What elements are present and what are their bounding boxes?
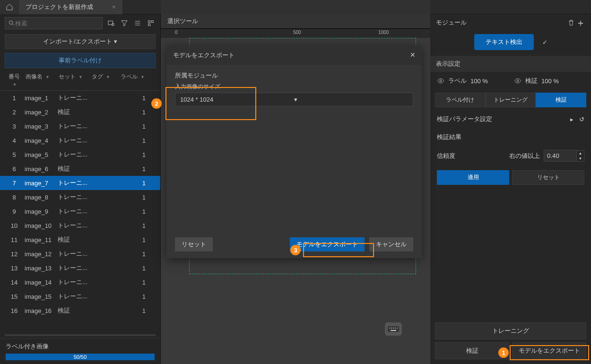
table-row[interactable]: 11image_11検証1	[0, 233, 160, 247]
module-pill[interactable]: テキスト検出	[474, 34, 534, 50]
image-table-header: 番号▼ 画像名▼ セット▼ タグ▼ ラベル▼	[0, 70, 160, 91]
cell-tag	[90, 96, 118, 100]
table-row[interactable]: 10image_10トレーニ...1	[0, 218, 160, 233]
table-row[interactable]: 8image_8トレーニ...1	[0, 190, 160, 204]
cell-set: トレーニ...	[57, 92, 90, 104]
export-model-button[interactable]: モデルをエクスポート	[512, 342, 586, 359]
plus-icon[interactable]: ＋	[576, 18, 585, 27]
confidence-cond: 右の値以上	[509, 152, 540, 160]
table-row[interactable]: 13image_13トレーニ...1	[0, 261, 160, 275]
table-row[interactable]: 3image_3トレーニ...1	[0, 119, 160, 133]
search-input[interactable]	[15, 20, 99, 27]
cell-set: 検証	[57, 304, 90, 317]
table-row[interactable]: 12image_12トレーニ...1	[0, 247, 160, 261]
svg-rect-4	[151, 21, 153, 23]
cell-no: 13	[5, 263, 24, 274]
svg-point-8	[391, 328, 392, 329]
training-button[interactable]: トレーニング	[435, 322, 586, 339]
modal-close-icon[interactable]: ×	[410, 50, 415, 60]
module-label: 所属モジュール	[175, 71, 413, 80]
cell-no: 12	[5, 249, 24, 260]
cell-tag	[90, 295, 118, 298]
col-no[interactable]: 番号▼	[5, 71, 24, 89]
cell-set: トレーニ...	[57, 262, 90, 274]
table-row[interactable]: 1image_1トレーニ...1	[0, 91, 160, 105]
cell-set: 検証	[57, 106, 90, 118]
cell-set: 検証	[57, 234, 90, 246]
size-value: 1024 * 1024	[180, 96, 294, 103]
cell-set: トレーニ...	[57, 219, 90, 232]
cell-set: トレーニ...	[57, 276, 90, 288]
reset-button[interactable]: リセット	[512, 170, 584, 185]
table-row[interactable]: 14image_14トレーニ...1	[0, 275, 160, 289]
cell-label: 1	[118, 178, 147, 189]
tab-training[interactable]: トレーニング	[486, 93, 536, 107]
cell-name: image_16	[24, 305, 57, 316]
cell-name: image_13	[24, 263, 57, 274]
table-row[interactable]: 5image_5トレーニ...1	[0, 147, 160, 162]
search-icon	[8, 19, 15, 27]
table-row[interactable]: 2image_2検証1	[0, 105, 160, 119]
prelabel-button[interactable]: 事前ラベル付け	[5, 53, 156, 68]
tab-verify[interactable]: 検証	[536, 93, 586, 107]
list-icon[interactable]	[133, 18, 142, 28]
col-label[interactable]: ラベル▼	[118, 71, 147, 89]
cell-no: 15	[5, 291, 24, 302]
verify-percent: 100 %	[541, 78, 559, 85]
cell-tag	[90, 280, 118, 284]
close-icon[interactable]: ×	[112, 3, 116, 10]
modal-cancel-button[interactable]: キャンセル	[369, 237, 413, 251]
import-export-button[interactable]: インポート/エクスポート ▾	[5, 34, 156, 49]
scrollbar[interactable]	[5, 334, 156, 336]
apply-button[interactable]: 適用	[437, 170, 509, 185]
grid-icon[interactable]	[146, 18, 156, 28]
col-name[interactable]: 画像名▼	[24, 71, 57, 89]
funnel-icon[interactable]	[120, 18, 129, 28]
confidence-input[interactable]	[544, 150, 577, 162]
svg-rect-5	[148, 24, 150, 26]
cell-name: image_14	[24, 277, 57, 288]
search-input-box[interactable]	[5, 17, 103, 29]
table-row[interactable]: 4image_4トレーニ...1	[0, 133, 160, 147]
table-row[interactable]: 15image_15トレーニ...1	[0, 289, 160, 303]
table-row[interactable]: 16image_16検証1	[0, 303, 160, 318]
svg-point-2	[112, 23, 114, 26]
modal-export-button[interactable]: モデルをエクスポート	[290, 237, 365, 251]
cell-tag	[90, 153, 118, 156]
cell-no: 1	[5, 93, 24, 104]
size-select[interactable]: 1024 * 1024 ▾	[175, 93, 413, 106]
trash-icon[interactable]	[566, 18, 576, 27]
col-set[interactable]: セット▼	[57, 71, 90, 89]
image-filter-icon[interactable]	[106, 18, 116, 28]
project-tab[interactable]: プロジェクトを新規作成 ×	[19, 0, 122, 14]
cell-set: トレーニ...	[57, 248, 90, 260]
table-row[interactable]: 6image_6検証1	[0, 162, 160, 176]
keyboard-icon[interactable]	[385, 322, 402, 336]
cell-set: トレーニ...	[57, 290, 90, 303]
table-row[interactable]: 7image_7トレーニ...1	[0, 176, 160, 190]
cell-name: image_1	[24, 93, 57, 104]
tab-labeling[interactable]: ラベル付け	[435, 93, 486, 107]
cell-name: image_4	[24, 135, 57, 146]
history-icon[interactable]: ↺	[579, 116, 584, 123]
svg-point-0	[9, 21, 12, 24]
svg-rect-3	[148, 21, 150, 23]
home-tab[interactable]	[0, 0, 19, 14]
svg-point-9	[393, 328, 394, 329]
eye-icon[interactable]	[514, 77, 521, 85]
svg-point-11	[397, 328, 398, 329]
cell-label: 1	[118, 305, 147, 316]
col-tag[interactable]: タグ▼	[90, 71, 118, 89]
cell-name: image_5	[24, 149, 57, 160]
cell-no: 3	[5, 121, 24, 132]
cell-name: image_11	[24, 234, 57, 245]
cell-name: image_7	[24, 178, 57, 189]
spinner-arrows[interactable]: ▲▼	[577, 150, 584, 162]
eye-icon[interactable]	[437, 77, 444, 85]
modal-reset-button[interactable]: リセット	[175, 237, 213, 251]
cell-tag	[90, 195, 118, 199]
chevron-right-icon[interactable]: ▸	[570, 116, 574, 123]
table-row[interactable]: 9image_9トレーニ...1	[0, 204, 160, 218]
label-percent: 100 %	[470, 78, 488, 85]
cell-tag	[90, 209, 118, 213]
